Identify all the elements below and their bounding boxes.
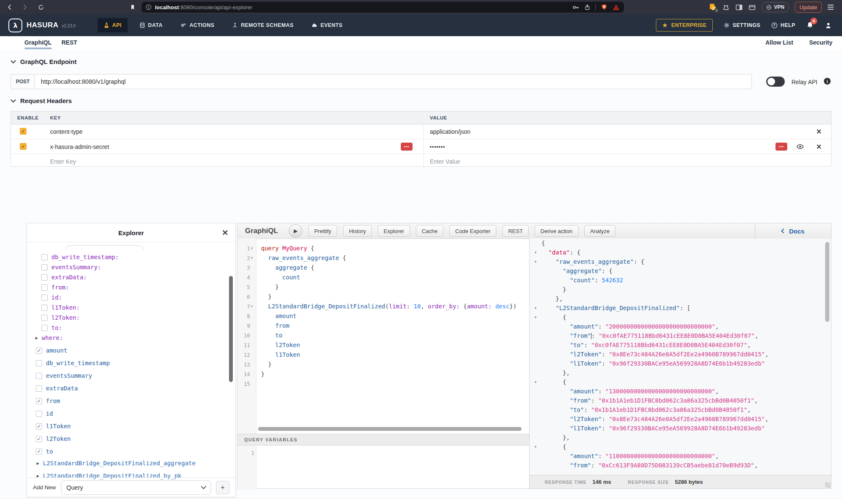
field-checkbox[interactable] <box>41 305 48 311</box>
notifications-button[interactable]: 8 <box>806 21 814 29</box>
explorer-arg-row[interactable]: from: <box>41 284 69 291</box>
fold-marker-icon[interactable]: ▾ <box>530 257 541 266</box>
nav-item-api[interactable]: API <box>98 18 128 32</box>
field-checkbox[interactable] <box>36 360 42 366</box>
explorer-field-row[interactable]: id <box>36 410 53 417</box>
explorer-arg-row[interactable]: l2Token: <box>41 314 80 321</box>
field-checkbox[interactable] <box>36 398 42 404</box>
explorer-field-row[interactable]: l2Token <box>36 435 71 442</box>
header-key-cell[interactable]: content-type <box>50 128 83 135</box>
explorer-field-row[interactable]: to <box>36 448 53 455</box>
fold-marker-icon[interactable]: ▾ <box>530 303 541 313</box>
explorer-field-row[interactable]: extraData <box>36 385 78 392</box>
field-checkbox[interactable] <box>41 315 48 321</box>
explorer-field-row[interactable]: l1Token <box>36 423 71 430</box>
extension-paw-icon[interactable] <box>722 4 730 11</box>
cache-button[interactable]: Cache <box>416 225 444 237</box>
tab-allow-list[interactable]: Allow List <box>765 36 793 49</box>
history-button[interactable]: History <box>343 225 372 237</box>
request-headers-section-header[interactable]: Request Headers <box>11 97 72 104</box>
explorer-field-row[interactable]: amount <box>36 347 67 354</box>
expand-arrow-icon[interactable]: ▸ <box>35 335 38 341</box>
field-checkbox[interactable] <box>36 423 42 430</box>
tab-graphiql[interactable]: GraphiQL <box>24 36 52 49</box>
explorer-field-list[interactable]: db_write_timestamp:eventsSummary:extraDa… <box>27 242 235 504</box>
field-checkbox[interactable] <box>36 411 42 417</box>
site-info-icon[interactable] <box>146 4 152 10</box>
brave-shield-icon[interactable] <box>601 4 608 11</box>
browser-forward-button[interactable] <box>19 2 31 13</box>
browser-back-button[interactable] <box>3 2 16 13</box>
docs-button[interactable]: Docs <box>755 223 831 239</box>
header-key-cell[interactable]: x-hasura-admin-secret <box>50 143 109 150</box>
rest-button[interactable]: REST <box>502 225 529 237</box>
fold-marker-icon[interactable]: ▾ <box>530 442 541 451</box>
field-checkbox[interactable] <box>41 325 48 331</box>
enterprise-button[interactable]: ★ ENTERPRISE <box>656 19 713 32</box>
header-value-cell[interactable]: application/json <box>430 128 471 135</box>
url-bar[interactable]: localhost:8080/console/api/api-explorer <box>141 2 624 13</box>
explorer-arg-row[interactable]: l1Token: <box>41 304 80 311</box>
sidebar-toggle-icon[interactable] <box>735 4 743 11</box>
fold-marker-icon[interactable]: ▾ <box>530 248 541 257</box>
fold-marker-icon[interactable]: ▾ <box>530 313 541 322</box>
explorer-field-row[interactable]: db_write_timestamp <box>36 360 110 366</box>
prettify-button[interactable]: Prettify <box>308 225 337 237</box>
explorer-scrollbar[interactable] <box>229 276 233 382</box>
remove-header-icon[interactable]: × <box>816 143 822 150</box>
browser-menu-button[interactable] <box>828 5 834 10</box>
remove-header-icon[interactable]: × <box>816 128 822 135</box>
field-checkbox[interactable] <box>36 373 42 379</box>
fold-marker-icon[interactable]: ▾ <box>251 253 255 263</box>
code-exporter-button[interactable]: Code Exporter <box>449 225 496 237</box>
admin-secret-badge[interactable]: ••• <box>401 143 413 151</box>
derive-action-button[interactable]: Derive action <box>535 225 578 237</box>
field-checkbox[interactable] <box>41 274 48 281</box>
eye-icon[interactable] <box>797 143 804 150</box>
response-scrollbar[interactable] <box>825 242 829 322</box>
new-header-value-input[interactable]: Enter Value <box>430 158 460 165</box>
tab-rest[interactable]: REST <box>61 36 77 49</box>
new-header-key-input[interactable]: Enter Key <box>50 158 76 165</box>
field-checkbox[interactable] <box>41 254 48 260</box>
explorer-arg-row[interactable]: db_write_timestamp: <box>41 254 119 260</box>
share-icon[interactable] <box>584 4 590 11</box>
add-new-select[interactable]: Query <box>61 480 211 495</box>
field-checkbox[interactable] <box>36 385 42 392</box>
explorer-button[interactable]: Explorer <box>378 225 410 237</box>
wallet-icon[interactable] <box>749 4 756 11</box>
field-checkbox[interactable] <box>41 284 48 291</box>
query-variables-header[interactable]: QUERY VARIABLES <box>237 434 529 446</box>
info-icon[interactable]: i <box>824 78 831 85</box>
explorer-arg-row[interactable]: eventsSummary: <box>41 264 101 271</box>
explorer-arg-row[interactable]: to: <box>41 324 62 331</box>
browser-reload-button[interactable] <box>35 2 47 13</box>
header-value-cell-masked[interactable]: ••••••• <box>430 144 445 150</box>
explorer-field-row[interactable]: eventsSummary <box>36 372 92 379</box>
help-button[interactable]: ? HELP <box>771 22 795 29</box>
editor-horizontal-scrollbar[interactable] <box>258 427 527 431</box>
explorer-root-item[interactable]: ▸L2StandardBridge_DepositFinalized_aggre… <box>37 460 195 467</box>
explorer-arg-row[interactable]: id: <box>41 294 62 301</box>
analyze-button[interactable]: Analyze <box>584 225 616 237</box>
enable-checkbox[interactable] <box>20 143 27 150</box>
nav-item-events[interactable]: EVENTS <box>305 18 348 32</box>
browser-update-button[interactable]: Update <box>795 2 822 13</box>
field-checkbox[interactable] <box>36 347 42 354</box>
explorer-arg-row[interactable]: extraData: <box>41 274 87 281</box>
field-checkbox[interactable] <box>41 294 48 301</box>
execute-query-button[interactable]: ▶ <box>289 224 302 238</box>
expand-arrow-icon[interactable]: ▸ <box>37 460 39 466</box>
tab-security[interactable]: Security <box>809 36 832 49</box>
graphql-endpoint-section-header[interactable]: GraphQL Endpoint <box>11 58 77 65</box>
explorer-where-row[interactable]: ▸where: <box>35 334 63 341</box>
account-button[interactable] <box>825 22 832 29</box>
explorer-field-row[interactable]: from <box>36 398 60 404</box>
query-editor[interactable]: query MyQuery { raw_events_aggregate { a… <box>261 244 526 389</box>
fold-marker-icon[interactable]: ▾ <box>530 377 541 387</box>
admin-secret-badge[interactable]: ••• <box>775 143 787 151</box>
resize-handle[interactable] <box>825 483 830 488</box>
nav-item-actions[interactable]: ACTIONS <box>174 18 220 32</box>
scrollbar-thumb[interactable] <box>258 427 522 431</box>
explorer-close-icon[interactable]: × <box>221 228 229 236</box>
